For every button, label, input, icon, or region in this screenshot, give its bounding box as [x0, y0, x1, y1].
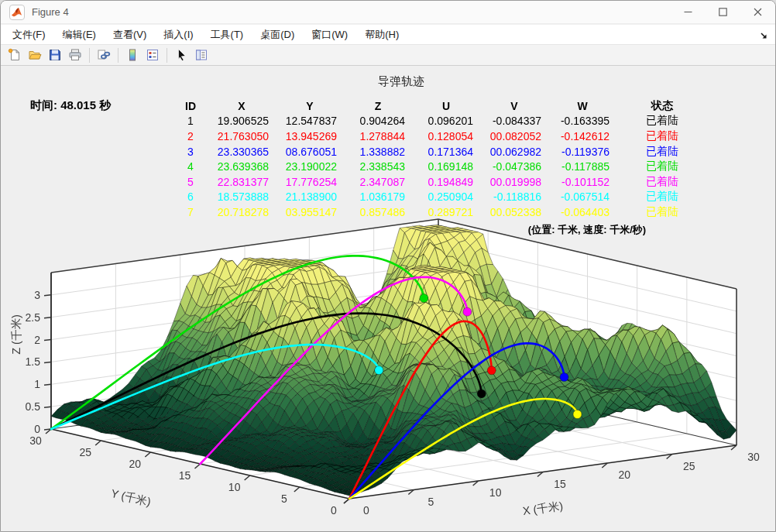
z-tick-label: 0.5 [26, 400, 40, 413]
menu-bar: 文件(F)编辑(E)查看(V)插入(I)工具(T)桌面(D)窗口(W)帮助(H) [1, 25, 775, 45]
table-cell: 6 [171, 190, 210, 203]
title-bar[interactable]: Figure 4 [1, 1, 775, 24]
link-plot-button[interactable] [94, 46, 113, 64]
table-cell: 已着陆 [619, 160, 706, 173]
x-tick-label: 20 [619, 469, 631, 481]
x-tick-label: 25 [683, 460, 695, 472]
property-inspector-button[interactable] [192, 46, 211, 64]
x-tick-label: 0 [363, 504, 369, 517]
table-cell: 13.945269 [278, 130, 346, 142]
table-cell: 08.676051 [278, 146, 346, 158]
menu-item-5[interactable]: 桌面(D) [252, 26, 303, 44]
insert-legend-button[interactable] [143, 46, 162, 64]
table-cell: 2.347087 [346, 176, 414, 188]
menu-item-1[interactable]: 编辑(E) [54, 26, 105, 44]
table-row: 720.71827803.9551470.8574860.28972100.05… [171, 204, 706, 220]
table-cell: 21.763050 [210, 130, 278, 142]
menu-item-4[interactable]: 工具(T) [202, 26, 252, 44]
table-cell: -0.142612 [551, 130, 619, 142]
open-file-icon [28, 48, 42, 62]
y-tick-label: 20 [129, 458, 142, 470]
insert-colorbar-icon [125, 48, 139, 62]
table-header-cell: 状态 [619, 99, 706, 113]
table-cell: 00.052338 [482, 206, 551, 218]
table-cell: 1 [171, 115, 210, 127]
save-figure-button[interactable] [46, 46, 64, 64]
figure-window: Figure 4 文件(F)编辑(E)查看(V)插入(I)工具(T)桌面(D)窗… [0, 0, 776, 532]
table-cell: 1.338882 [346, 146, 414, 158]
table-cell: -0.163395 [551, 115, 619, 127]
maximize-button[interactable] [706, 1, 740, 23]
plot-title: 导弹轨迹 [378, 74, 424, 89]
table-cell: 00.062982 [482, 146, 551, 158]
figure-content: 导弹轨迹 时间: 48.015 秒 (位置: 千米, 速度: 千米/秒) IDX… [1, 67, 776, 532]
z-tick-label: 0 [34, 423, 40, 435]
z-axis-label: Z (千米) [9, 314, 24, 355]
x-tick-label: 30 [747, 451, 760, 463]
insert-legend-icon [146, 48, 160, 62]
save-figure-icon [48, 48, 62, 62]
table-cell: -0.047386 [482, 160, 551, 173]
table-row: 618.57388821.1389001.0361790.250904-0.11… [171, 190, 706, 205]
table-cell: 已着陆 [619, 129, 706, 143]
toolbar-separator [167, 48, 167, 63]
window-title: Figure 4 [32, 6, 69, 18]
menu-item-3[interactable]: 插入(I) [155, 26, 201, 44]
table-cell: 0.194849 [414, 176, 482, 188]
table-cell: 5 [171, 176, 210, 188]
table-header-cell: U [414, 100, 482, 112]
edit-plot-pointer-icon [174, 48, 188, 62]
table-cell: 已着陆 [619, 190, 706, 204]
menu-item-6[interactable]: 窗口(W) [303, 26, 356, 44]
table-row: 423.63936823.1900222.3385430.169148-0.04… [171, 159, 706, 174]
menu-item-0[interactable]: 文件(F) [4, 26, 54, 44]
table-cell: 1.278844 [346, 130, 414, 142]
y-tick-label: 30 [29, 434, 42, 447]
table-cell: 已着陆 [619, 205, 706, 219]
table-cell: 0.904264 [346, 115, 414, 127]
menu-item-2[interactable]: 查看(V) [105, 26, 155, 44]
z-tick-label: 1 [34, 378, 40, 390]
table-header-cell: V [482, 100, 551, 112]
table-cell: -0.064403 [551, 206, 619, 218]
link-plot-icon [97, 48, 111, 62]
table-cell: 已着陆 [619, 114, 706, 128]
print-figure-button[interactable] [66, 46, 84, 64]
table-header-cell: ID [171, 100, 210, 112]
units-annotation: (位置: 千米, 速度: 千米/秒) [528, 223, 646, 237]
insert-colorbar-button[interactable] [123, 46, 142, 64]
table-cell: 23.330365 [210, 146, 278, 158]
table-cell: 已着陆 [619, 175, 706, 189]
table-cell: 12.547837 [278, 115, 346, 127]
open-file-button[interactable] [26, 46, 44, 64]
figure-toolbar [1, 45, 775, 66]
table-cell: 4 [171, 160, 210, 173]
close-button[interactable] [740, 1, 775, 23]
table-cell: 20.718278 [210, 206, 278, 218]
table-cell: 18.573888 [210, 190, 278, 203]
table-cell: -0.119376 [551, 146, 619, 158]
x-tick-label: 10 [489, 486, 502, 499]
new-figure-button[interactable] [5, 46, 24, 64]
table-cell: 1.036179 [346, 190, 414, 203]
minimize-button[interactable] [671, 1, 706, 23]
table-cell: 17.776254 [278, 176, 346, 188]
table-cell: 0.289721 [414, 206, 482, 218]
simulation-time-label: 时间: 48.015 秒 [30, 98, 111, 113]
table-row: 221.76305013.9452691.2788440.12805400.08… [171, 129, 706, 144]
new-figure-icon [8, 48, 22, 62]
edit-plot-pointer-button[interactable] [172, 46, 191, 64]
table-cell: 0.250904 [414, 190, 482, 203]
menu-item-7[interactable]: 帮助(H) [356, 26, 407, 44]
toolbar-separator [89, 48, 90, 63]
table-cell: -0.067514 [551, 190, 619, 203]
table-cell: 已着陆 [619, 145, 706, 159]
y-tick-label: 15 [179, 469, 191, 482]
y-tick-label: 5 [281, 493, 287, 505]
z-tick-label: 3 [34, 289, 40, 301]
table-header-cell: Y [278, 100, 346, 112]
table-cell: 00.082052 [482, 130, 551, 142]
table-cell: 0.171364 [414, 146, 482, 158]
table-header-cell: W [551, 100, 619, 112]
dock-figure-arrow-icon[interactable] [760, 30, 769, 39]
